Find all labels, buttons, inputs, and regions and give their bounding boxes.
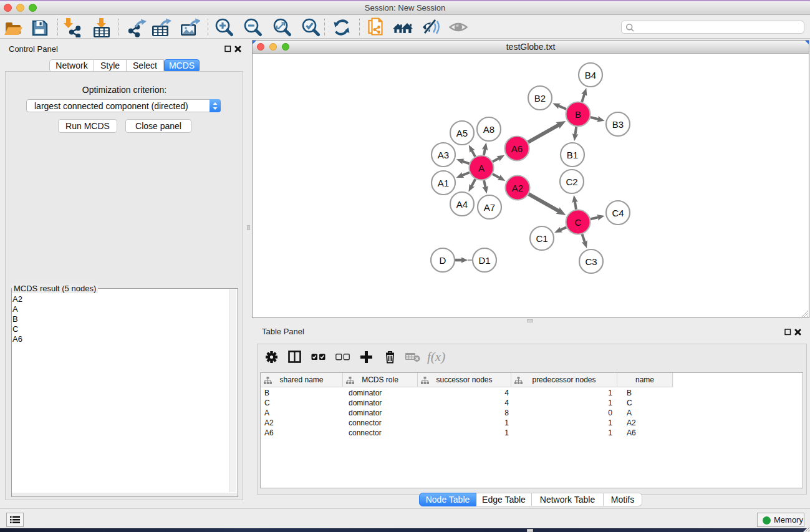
- svg-text:A7: A7: [484, 202, 495, 213]
- svg-text:A2: A2: [512, 183, 523, 193]
- svg-text:B3: B3: [612, 119, 624, 130]
- svg-text:C2: C2: [566, 177, 577, 187]
- svg-text:A8: A8: [483, 124, 494, 135]
- svg-text:B1: B1: [567, 150, 578, 160]
- svg-text:A3: A3: [438, 150, 449, 160]
- svg-text:B: B: [575, 109, 581, 120]
- svg-text:C1: C1: [536, 233, 547, 244]
- svg-text:A: A: [478, 163, 485, 173]
- svg-text:C: C: [575, 217, 582, 228]
- svg-text:A4: A4: [456, 199, 468, 210]
- svg-text:C3: C3: [585, 256, 597, 267]
- svg-text:A5: A5: [456, 128, 468, 138]
- svg-text:B4: B4: [585, 70, 596, 80]
- svg-text:B2: B2: [534, 93, 546, 104]
- svg-text:C4: C4: [612, 208, 624, 218]
- svg-text:D: D: [440, 255, 446, 266]
- svg-text:D1: D1: [478, 255, 490, 266]
- svg-text:A6: A6: [511, 143, 523, 154]
- svg-text:A1: A1: [438, 178, 449, 188]
